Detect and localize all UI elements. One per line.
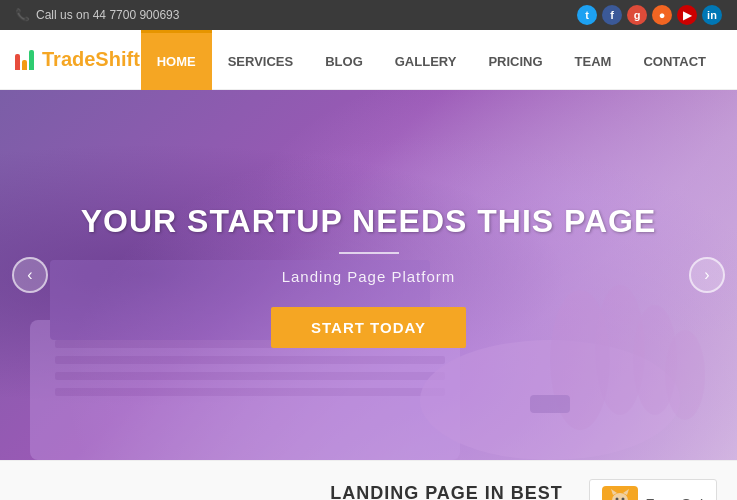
svg-rect-3: [55, 356, 445, 364]
social-links: t f g ● ▶ in: [577, 5, 722, 25]
phone-info: 📞 Call us on 44 7700 900693: [15, 8, 179, 22]
logo-shift: Shift: [95, 48, 139, 70]
carousel-next-button[interactable]: ›: [689, 257, 725, 293]
youtube-icon[interactable]: ▶: [677, 5, 697, 25]
nav-services[interactable]: SERVICES: [212, 30, 310, 90]
nav-team[interactable]: TEAM: [559, 30, 628, 90]
logo-trade: Trade: [42, 48, 95, 70]
footer-section: LANDING PAGE IN BEST POSSIBLE WAYS: [0, 460, 737, 500]
header: TradeShift HOME SERVICES BLOG GALLERY PR…: [0, 30, 737, 90]
chevron-left-icon: ‹: [27, 266, 32, 284]
nav-pricing[interactable]: PRICING: [472, 30, 558, 90]
logo[interactable]: TradeShift: [15, 48, 140, 71]
logo-text: TradeShift: [42, 48, 140, 71]
nav-home[interactable]: HOME: [141, 30, 212, 90]
hero-content: YOUR STARTUP NEEDS THIS PAGE Landing Pag…: [81, 203, 657, 348]
formget-mascot-icon: [602, 486, 638, 500]
twitter-icon[interactable]: t: [577, 5, 597, 25]
linkedin-icon[interactable]: in: [702, 5, 722, 25]
svg-point-10: [665, 330, 705, 420]
svg-rect-4: [55, 372, 445, 380]
footer-tagline: LANDING PAGE IN BEST POSSIBLE WAYS: [304, 483, 588, 500]
start-today-button[interactable]: START TODAY: [271, 307, 466, 348]
top-bar: 📞 Call us on 44 7700 900693 t f g ● ▶ in: [0, 0, 737, 30]
svg-rect-5: [55, 388, 445, 396]
main-nav: HOME SERVICES BLOG GALLERY PRICING TEAM …: [141, 30, 722, 90]
facebook-icon[interactable]: f: [602, 5, 622, 25]
google-icon[interactable]: g: [627, 5, 647, 25]
formget-badge[interactable]: FormGet: [589, 479, 717, 500]
nav-contact[interactable]: CONTACT: [627, 30, 722, 90]
phone-text: Call us on 44 7700 900693: [36, 8, 179, 22]
nav-gallery[interactable]: GALLERY: [379, 30, 473, 90]
logo-icon: [15, 50, 34, 70]
rss-icon[interactable]: ●: [652, 5, 672, 25]
carousel-prev-button[interactable]: ‹: [12, 257, 48, 293]
hero-divider: [339, 252, 399, 254]
hero-subtitle: Landing Page Platform: [81, 268, 657, 285]
phone-icon: 📞: [15, 8, 30, 22]
hero-title: YOUR STARTUP NEEDS THIS PAGE: [81, 203, 657, 240]
svg-rect-11: [530, 395, 570, 413]
nav-blog[interactable]: BLOG: [309, 30, 379, 90]
chevron-right-icon: ›: [704, 266, 709, 284]
formget-label: FormGet: [646, 496, 704, 500]
cat-svg: [604, 488, 636, 500]
hero-section: ‹ YOUR STARTUP NEEDS THIS PAGE Landing P…: [0, 90, 737, 460]
